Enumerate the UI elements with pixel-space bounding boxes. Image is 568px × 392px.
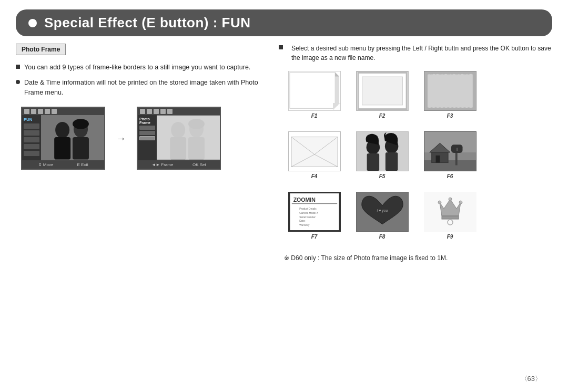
cam1-icon1 <box>24 109 29 114</box>
frame2-svg <box>357 71 408 111</box>
right-column: Select a desired sub menu by pressing th… <box>273 44 552 262</box>
right-instructions: Select a desired sub menu by pressing th… <box>279 44 552 63</box>
frame-thumb-8: I ♥ you <box>356 192 409 232</box>
frame-label-5: F5 <box>379 173 386 179</box>
bullet-text-1: You can add 9 types of frame-like border… <box>24 63 250 73</box>
frame3-svg <box>424 71 476 111</box>
frame-label-9: F9 <box>447 234 453 240</box>
cam1-icon5 <box>52 109 57 114</box>
frame-item-3: F3 <box>420 71 480 126</box>
cam1-fun-label: FUN <box>24 117 39 122</box>
bullet-item-2: Date & Time information will not be prin… <box>16 78 263 98</box>
cam1-menu: FUN <box>22 115 41 160</box>
camera-preview-area: FUN <box>16 107 263 170</box>
frame-item-4: F4 <box>284 131 344 187</box>
frame-label-4: F4 <box>311 173 318 179</box>
svg-marker-14 <box>335 73 339 77</box>
cam2-ok-text: OK Set <box>192 162 206 167</box>
photo-frame-badge: Photo Frame <box>16 44 66 55</box>
svg-rect-33 <box>456 148 458 151</box>
cam1-bottom-bar: ⇕ Move E Exit <box>22 160 104 169</box>
frame1-svg <box>289 71 340 111</box>
cam2-menu-item2 <box>139 131 155 135</box>
bullet-text-2: Date & Time information will not be prin… <box>24 78 263 98</box>
page-number: 〈63〉 <box>521 374 542 384</box>
frame5-svg <box>357 131 408 171</box>
svg-point-0 <box>55 122 69 138</box>
cam1-icon3 <box>38 109 43 114</box>
frame-thumb-7: ZOOMIN Product Details Camera Model X Se… <box>288 192 341 232</box>
cam1-toolbar <box>22 108 104 115</box>
left-column: Photo Frame You can add 9 types of frame… <box>16 44 273 262</box>
frame-item-9: F9 <box>420 192 480 247</box>
cam2-icon1 <box>140 109 145 114</box>
svg-rect-19 <box>291 137 337 167</box>
svg-rect-27 <box>385 152 398 171</box>
page-title: Special Effect (E button) : FUN <box>44 15 251 31</box>
cam1-menu-item3 <box>24 137 39 142</box>
cam1-menu-item1 <box>24 123 39 129</box>
svg-rect-12 <box>289 73 334 109</box>
svg-point-4 <box>73 119 89 129</box>
cam2-bottom-bar: ◄► Frame OK Set <box>138 160 220 169</box>
svg-rect-1 <box>54 137 70 160</box>
svg-text:Date:: Date: <box>299 220 305 222</box>
frame-thumb-5 <box>356 131 409 171</box>
cam2-frame-text: ◄► Frame <box>151 162 173 167</box>
svg-text:Camera Model X: Camera Model X <box>299 212 319 214</box>
right-instruction-text: Select a desired sub menu by pressing th… <box>291 44 552 63</box>
frame-item-2: F2 <box>352 71 412 126</box>
bullet-square-icon <box>16 65 20 69</box>
svg-text:Product Details: Product Details <box>299 208 317 210</box>
svg-rect-35 <box>431 152 448 163</box>
frame-thumb-9 <box>424 192 476 232</box>
cam1-menu-item2 <box>24 130 39 136</box>
cam2-toolbar <box>138 108 220 115</box>
frame-thumb-4 <box>288 131 341 171</box>
cam1-people-svg <box>41 115 104 160</box>
cam1-move-text: ⇕ Move <box>38 162 54 167</box>
svg-text:ZOOMIN: ZOOMIN <box>293 197 315 203</box>
cam1-menu-item4 <box>24 144 39 149</box>
frame7-svg: ZOOMIN Product Details Camera Model X Se… <box>289 192 340 232</box>
svg-marker-13 <box>335 73 339 109</box>
bullet-circle-icon <box>16 80 20 84</box>
frame-item-5: F5 <box>352 131 412 187</box>
header-dot <box>28 19 37 27</box>
frame-label-1: F1 <box>311 113 318 119</box>
cam2-framed-svg <box>157 115 220 160</box>
frame-item-6: F6 <box>420 131 480 187</box>
frame-thumb-6 <box>424 131 476 171</box>
svg-text:Warranty: Warranty <box>299 224 310 226</box>
frame-grid: F1 F2 <box>284 71 552 247</box>
footer-note-text: ※ D60 only : The size of Photo frame ima… <box>284 254 448 262</box>
svg-rect-23 <box>357 132 408 171</box>
frame6-svg <box>424 131 476 171</box>
frame-item-1: F1 <box>284 71 344 126</box>
right-bullet-icon <box>279 45 283 49</box>
frame-label-2: F2 <box>379 113 386 119</box>
camera-screen-1: FUN <box>21 107 105 170</box>
frame8-svg: I ♥ you <box>357 192 408 232</box>
frame-thumb-1 <box>288 71 341 111</box>
cam1-icon4 <box>45 109 50 114</box>
cam2-body: Photo Frame <box>138 115 220 160</box>
arrow-right-icon: → <box>116 132 126 145</box>
camera-screen-2: Photo Frame <box>137 107 221 170</box>
content-area: Photo Frame You can add 9 types of frame… <box>0 36 568 262</box>
frame-label-8: F8 <box>379 234 386 240</box>
frame-label-3: F3 <box>447 113 453 119</box>
frame-thumb-2 <box>356 71 409 111</box>
cam2-menu: Photo Frame <box>138 115 157 160</box>
svg-rect-16 <box>362 77 402 105</box>
cam2-menu-item1 <box>139 126 155 130</box>
svg-rect-3 <box>73 137 89 160</box>
svg-rect-25 <box>367 153 379 171</box>
cam2-icon4 <box>160 109 166 114</box>
svg-point-50 <box>438 201 441 204</box>
cam2-photo <box>157 115 220 160</box>
page-header: Special Effect (E button) : FUN <box>16 9 552 36</box>
footer-note: ※ D60 only : The size of Photo frame ima… <box>279 254 552 262</box>
cam2-icon2 <box>147 109 152 114</box>
svg-rect-36 <box>435 156 440 163</box>
